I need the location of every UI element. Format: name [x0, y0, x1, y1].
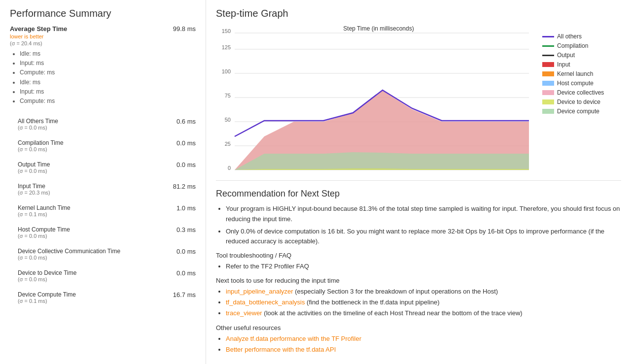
- legend-color-swatch: [542, 55, 554, 56]
- right-panel: Step-time Graph 0 25 50 75 100 125 150 S…: [206, 0, 631, 364]
- legend-color-swatch: [542, 90, 554, 95]
- next-tool-link[interactable]: input_pipeline_analyzer: [226, 288, 293, 295]
- legend-item: Compilation: [542, 42, 621, 49]
- metric-sigma: (σ = 0.0 ms): [18, 255, 156, 261]
- legend-label: Device to device: [557, 99, 600, 105]
- metric-value: 0.0 ms: [156, 248, 196, 255]
- metric-label: Kernel Launch Time: [18, 204, 156, 211]
- svg-text:150: 150: [222, 28, 231, 34]
- other-resources-list: Analyze tf.data performance with the TF …: [216, 333, 621, 355]
- metric-value: 0.3 ms: [156, 226, 196, 233]
- other-resources-label: Other useful resources: [216, 324, 621, 331]
- device-compute-area: [235, 152, 529, 170]
- avg-step-sub-item: Input: ms: [20, 59, 156, 68]
- legend-item: Host compute: [542, 80, 621, 87]
- next-tools-label: Next tools to use for reducing the input…: [216, 277, 621, 284]
- metric-label: Input Time: [18, 183, 156, 190]
- next-tool-text: (especially Section 3 for the breakdown …: [293, 288, 498, 295]
- legend-color-swatch: [542, 109, 554, 114]
- rec-bullet-item: Your program is HIGHLY input-bound becau…: [226, 204, 621, 225]
- avg-step-value: 99.8 ms: [156, 25, 196, 33]
- metric-label-col: Kernel Launch Time (σ = 0.1 ms): [18, 204, 156, 217]
- legend-item: Device collectives: [542, 89, 621, 96]
- metric-label-col: Device Compute Time (σ = 0.1 ms): [18, 291, 156, 304]
- metric-sigma: (σ = 20.3 ms): [18, 190, 156, 196]
- other-resource-item: Analyze tf.data performance with the TF …: [226, 333, 621, 344]
- svg-text:Step Time (in milliseconds): Step Time (in milliseconds): [343, 25, 414, 32]
- metric-sigma: (σ = 0.1 ms): [18, 211, 156, 217]
- metric-label-col: Device Collective Communication Time (σ …: [18, 248, 156, 261]
- avg-step-sub-item: Idle: ms: [20, 49, 156, 59]
- legend-color-swatch: [542, 81, 554, 86]
- metric-label: Host Compute Time: [18, 226, 156, 233]
- legend-color-swatch: [542, 36, 554, 37]
- next-tool-link[interactable]: tf_data_bottleneck_analysis: [226, 298, 305, 306]
- legend-color-swatch: [542, 71, 554, 76]
- avg-step-sub-item: Idle: ms: [20, 78, 156, 87]
- other-resource-link[interactable]: Analyze tf.data performance with the TF …: [226, 335, 361, 342]
- avg-step-sub-list: Idle: msInput: msCompute: msIdle: msInpu…: [10, 49, 156, 106]
- metric-sigma: (σ = 0.1 ms): [18, 298, 156, 304]
- metric-value: 16.7 ms: [156, 291, 196, 298]
- rec-title: Recommendation for Next Step: [216, 189, 621, 199]
- metric-list-item: Input Time (σ = 20.3 ms) 81.2 ms: [18, 183, 196, 196]
- tool-faq-list: Refer to the TF2 Profiler FAQ: [216, 261, 621, 272]
- metric-value: 0.6 ms: [156, 118, 196, 125]
- graph-container: 0 25 50 75 100 125 150 Step Time (in mil…: [216, 23, 621, 172]
- next-tool-item: tf_data_bottleneck_analysis (find the bo…: [226, 297, 621, 308]
- metric-label-col: Device to Device Time (σ = 0.0 ms): [18, 269, 156, 282]
- metric-list-item: Device Collective Communication Time (σ …: [18, 248, 196, 261]
- metric-list-item: Output Time (σ = 0.0 ms) 0.0 ms: [18, 161, 196, 174]
- metric-label: Output Time: [18, 161, 156, 168]
- metric-label: Device Collective Communication Time: [18, 248, 156, 255]
- legend-item: Output: [542, 52, 621, 59]
- avg-step-subtitle: lower is better: [10, 33, 156, 39]
- next-tools-list: input_pipeline_analyzer (especially Sect…: [216, 286, 621, 319]
- metric-list-item: Compilation Time (σ = 0.0 ms) 0.0 ms: [18, 139, 196, 152]
- legend-item: Kernel launch: [542, 70, 621, 77]
- metric-value: 0.0 ms: [156, 161, 196, 168]
- legend-color-swatch: [542, 62, 554, 67]
- recommendation-section: Recommendation for Next Step Your progra…: [216, 189, 621, 356]
- metric-label-col: All Others Time (σ = 0.0 ms): [18, 118, 156, 131]
- svg-text:75: 75: [225, 93, 231, 99]
- next-tool-text: (find the bottleneck in the tf.data inpu…: [305, 298, 439, 306]
- metric-label-col: Input Time (σ = 20.3 ms): [18, 183, 156, 196]
- svg-text:125: 125: [222, 44, 231, 50]
- legend-label: Kernel launch: [557, 70, 593, 77]
- legend-color-swatch: [542, 99, 554, 104]
- next-tool-link[interactable]: trace_viewer: [226, 309, 262, 317]
- metric-sigma: (σ = 0.0 ms): [18, 233, 156, 239]
- metric-value: 0.0 ms: [156, 269, 196, 277]
- legend-item: Device compute: [542, 108, 621, 115]
- graph-section: Step-time Graph 0 25 50 75 100 125 150 S…: [216, 8, 621, 181]
- metric-label: Compilation Time: [18, 139, 156, 146]
- avg-step-title: Average Step Time: [10, 25, 156, 33]
- metric-value: 0.0 ms: [156, 139, 196, 147]
- svg-text:100: 100: [222, 68, 231, 74]
- legend-item: All others: [542, 33, 621, 40]
- legend-label: Output: [557, 52, 575, 59]
- perf-summary-title: Performance Summary: [10, 8, 196, 19]
- rec-bullet-item: Only 0.0% of device computation is 16 bi…: [226, 227, 621, 247]
- avg-step-sub-item: Compute: ms: [20, 97, 156, 106]
- avg-step-sub-item: Compute: ms: [20, 68, 156, 77]
- metric-sigma: (σ = 0.0 ms): [18, 125, 156, 131]
- other-resource-item: Better performance with the tf.data API: [226, 344, 621, 355]
- chart-legend: All othersCompilationOutputInputKernel l…: [542, 23, 621, 172]
- metric-label-col: Host Compute Time (σ = 0.0 ms): [18, 226, 156, 239]
- legend-color-swatch: [542, 45, 554, 47]
- metric-label: All Others Time: [18, 118, 156, 125]
- graph-title: Step-time Graph: [216, 8, 621, 19]
- metrics-list: All Others Time (σ = 0.0 ms) 0.6 ms Comp…: [10, 118, 196, 304]
- metric-label: Device Compute Time: [18, 291, 156, 298]
- avg-step-sub-item: Input: ms: [20, 87, 156, 97]
- step-time-chart: 0 25 50 75 100 125 150 Step Time (in mil…: [216, 23, 536, 171]
- legend-label: Host compute: [557, 80, 594, 87]
- metric-list-item: Device Compute Time (σ = 0.1 ms) 16.7 ms: [18, 291, 196, 304]
- metric-value: 81.2 ms: [156, 183, 196, 190]
- other-resource-link[interactable]: Better performance with the tf.data API: [226, 346, 336, 353]
- avg-step-row: Average Step Time lower is better (σ = 2…: [10, 25, 196, 110]
- metric-value: 1.0 ms: [156, 204, 196, 212]
- metric-sigma: (σ = 0.0 ms): [18, 276, 156, 282]
